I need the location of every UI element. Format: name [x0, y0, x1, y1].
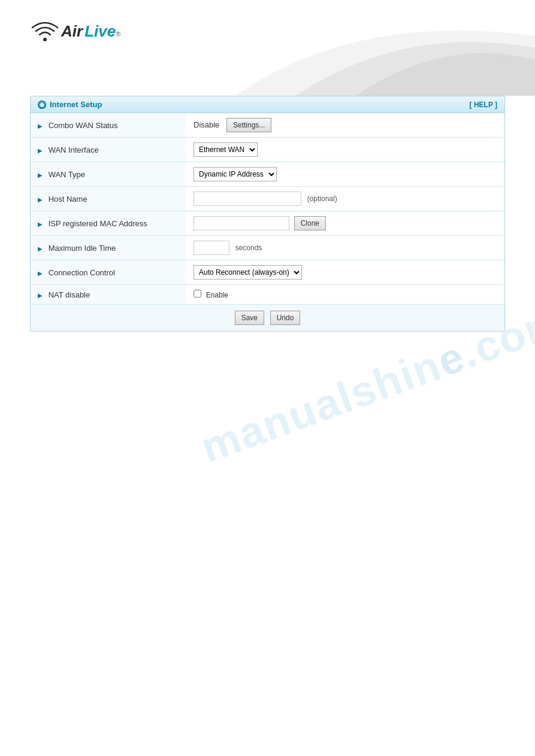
wan-type-select[interactable]: Dynamic IP Address Static IP Address PPP… [194, 167, 277, 181]
seconds-label: seconds [235, 244, 262, 252]
undo-button[interactable]: Undo [270, 311, 301, 325]
settings-button[interactable]: Settings... [226, 118, 271, 132]
row-arrow-wan-interface: ▶ [38, 147, 43, 154]
mac-address-row: ▶ ISP registered MAC Address Clone [31, 211, 504, 236]
connection-control-value: Auto Reconnect (always-on) Connect on De… [186, 260, 504, 285]
nat-disable-row: ▶ NAT disable Enable [31, 285, 504, 305]
wan-interface-value: Ethernet WAN 3G WAN USB WAN [186, 138, 504, 162]
row-arrow-idle-time: ▶ [38, 245, 43, 252]
row-arrow-nat: ▶ [38, 292, 43, 299]
combo-wan-value: Disable Settings... [186, 113, 504, 138]
header: Air Live ® [0, 0, 535, 96]
row-arrow-connection-control: ▶ [38, 270, 43, 277]
host-name-label: ▶ Host Name [31, 187, 186, 211]
enable-label: Enable [206, 291, 228, 299]
idle-time-label: ▶ Maximum Idle Time [31, 236, 186, 260]
help-link[interactable]: [ HELP ] [470, 101, 497, 109]
wan-type-value: Dynamic IP Address Static IP Address PPP… [186, 162, 504, 187]
svg-point-0 [43, 38, 47, 41]
header-decoration [176, 0, 535, 96]
idle-time-value: 600 seconds [186, 236, 504, 260]
combo-wan-label: ▶ Combo WAN Status [31, 113, 186, 138]
wan-interface-label: ▶ WAN Interface [31, 138, 186, 162]
mac-address-label: ▶ ISP registered MAC Address [31, 211, 186, 236]
row-arrow-host-name: ▶ [38, 196, 43, 203]
mac-address-value: Clone [186, 211, 504, 236]
save-button[interactable]: Save [235, 311, 264, 325]
host-name-value: (optional) [186, 187, 504, 211]
optional-label: (optional) [307, 195, 337, 203]
wan-interface-row: ▶ WAN Interface Ethernet WAN 3G WAN USB … [31, 138, 504, 162]
idle-time-row: ▶ Maximum Idle Time 600 seconds [31, 236, 504, 260]
nat-disable-value: Enable [186, 285, 504, 305]
panel-title-text: Internet Setup [50, 100, 102, 109]
live-text: Live [84, 22, 116, 41]
connection-control-select[interactable]: Auto Reconnect (always-on) Connect on De… [194, 265, 302, 280]
connection-control-row: ▶ Connection Control Auto Reconnect (alw… [31, 260, 504, 285]
main-content: ◯ Internet Setup [ HELP ] ▶ Combo WAN St… [0, 96, 535, 362]
nat-disable-label: ▶ NAT disable [31, 285, 186, 305]
logo: Air Live ® [30, 18, 120, 45]
panel-header: ◯ Internet Setup [ HELP ] [31, 96, 504, 113]
row-arrow-combo-wan: ▶ [38, 123, 43, 129]
idle-time-input[interactable]: 600 [194, 241, 229, 255]
mac-address-input[interactable] [194, 216, 289, 230]
logo-icon [30, 18, 60, 45]
connection-control-label: ▶ Connection Control [31, 260, 186, 285]
panel-title: ◯ Internet Setup [38, 100, 102, 109]
air-text: Air [61, 22, 83, 41]
host-name-input[interactable] [194, 192, 301, 206]
action-row: Save Undo [31, 304, 504, 331]
wan-interface-select[interactable]: Ethernet WAN 3G WAN USB WAN [194, 142, 258, 157]
host-name-row: ▶ Host Name (optional) [31, 187, 504, 211]
row-arrow-mac: ▶ [38, 221, 43, 227]
logo-area: Air Live ® [30, 18, 120, 45]
combo-wan-row: ▶ Combo WAN Status Disable Settings... [31, 113, 504, 138]
nat-disable-checkbox[interactable] [194, 290, 201, 297]
form-table: ▶ Combo WAN Status Disable Settings... ▶… [31, 113, 504, 304]
panel-icon: ◯ [38, 101, 46, 109]
wan-type-label: ▶ WAN Type [31, 162, 186, 187]
brand-text: Air Live ® [61, 22, 120, 41]
clone-button[interactable]: Clone [294, 216, 326, 230]
row-arrow-wan-type: ▶ [38, 172, 43, 178]
registered-symbol: ® [116, 31, 120, 38]
internet-setup-panel: ◯ Internet Setup [ HELP ] ▶ Combo WAN St… [30, 96, 505, 332]
wan-type-row: ▶ WAN Type Dynamic IP Address Static IP … [31, 162, 504, 187]
